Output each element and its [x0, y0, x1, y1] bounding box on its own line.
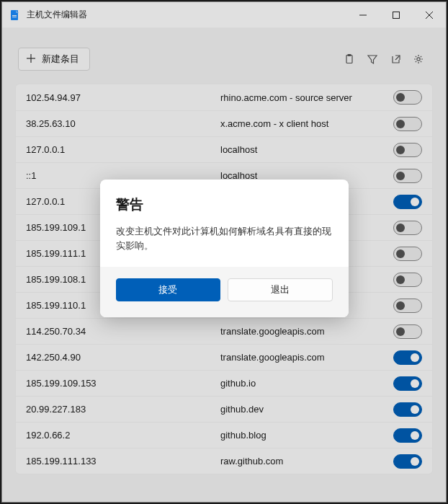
- dialog-message: 改变主机文件对此计算机如何解析域名具有直接的现实影响。: [116, 224, 333, 252]
- accept-button[interactable]: 接受: [116, 278, 221, 301]
- warning-dialog: 警告 改变主机文件对此计算机如何解析域名具有直接的现实影响。 接受 退出: [100, 180, 349, 317]
- app-window: 主机文件编辑器 新建条目 102.54.94.97rhino.acme.com …: [1, 1, 447, 503]
- modal-overlay: 警告 改变主机文件对此计算机如何解析域名具有直接的现实影响。 接受 退出: [2, 2, 446, 502]
- dialog-title: 警告: [116, 195, 333, 214]
- cancel-button[interactable]: 退出: [228, 278, 333, 301]
